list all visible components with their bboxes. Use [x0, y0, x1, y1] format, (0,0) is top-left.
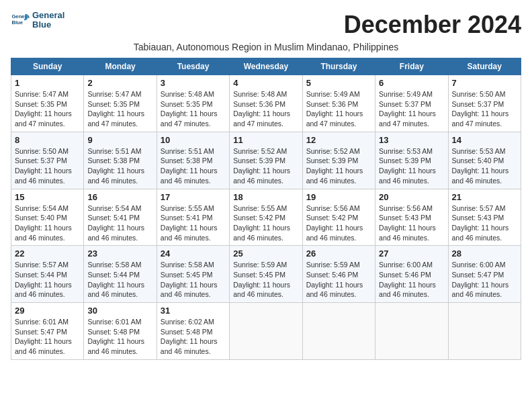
day-number: 31: [161, 306, 226, 316]
calendar-cell: 2Sunrise: 5:47 AMSunset: 5:35 PMDaylight…: [84, 75, 157, 132]
day-number: 23: [87, 248, 152, 259]
day-info: Sunrise: 6:01 AMSunset: 5:47 PMDaylight:…: [15, 317, 80, 357]
calendar-cell: 3Sunrise: 5:48 AMSunset: 5:35 PMDaylight…: [157, 75, 229, 132]
day-number: 8: [15, 135, 80, 145]
day-info: Sunrise: 5:47 AMSunset: 5:35 PMDaylight:…: [87, 89, 152, 129]
day-info: Sunrise: 5:56 AMSunset: 5:42 PMDaylight:…: [306, 203, 371, 243]
calendar-cell: 29Sunrise: 6:01 AMSunset: 5:47 PMDayligh…: [11, 303, 84, 360]
calendar-cell: 21Sunrise: 5:57 AMSunset: 5:43 PMDayligh…: [448, 189, 521, 246]
day-number: 1: [15, 78, 80, 88]
day-number: 7: [452, 78, 517, 88]
day-info: Sunrise: 5:50 AMSunset: 5:37 PMDaylight:…: [15, 146, 80, 186]
day-info: Sunrise: 6:00 AMSunset: 5:47 PMDaylight:…: [452, 260, 517, 300]
calendar-table: SundayMondayTuesdayWednesdayThursdayFrid…: [11, 58, 521, 360]
logo-text2: Blue: [32, 20, 64, 30]
day-number: 10: [161, 135, 226, 145]
day-info: Sunrise: 5:49 AMSunset: 5:36 PMDaylight:…: [306, 89, 371, 129]
calendar-cell: 27Sunrise: 6:00 AMSunset: 5:46 PMDayligh…: [375, 246, 448, 303]
day-number: 3: [161, 78, 226, 88]
day-number: 12: [306, 135, 371, 145]
day-number: 27: [379, 248, 444, 259]
day-info: Sunrise: 5:59 AMSunset: 5:45 PMDaylight:…: [233, 260, 298, 300]
calendar-cell: [375, 303, 448, 360]
day-header-friday: Friday: [375, 58, 448, 75]
day-number: 6: [379, 78, 444, 88]
calendar-cell: [448, 303, 521, 360]
day-info: Sunrise: 5:59 AMSunset: 5:46 PMDaylight:…: [306, 260, 371, 300]
calendar-cell: 22Sunrise: 5:57 AMSunset: 5:44 PMDayligh…: [11, 246, 84, 303]
day-number: 26: [306, 248, 371, 259]
day-number: 18: [233, 192, 298, 202]
day-header-monday: Monday: [84, 58, 157, 75]
day-info: Sunrise: 5:57 AMSunset: 5:43 PMDaylight:…: [452, 203, 517, 243]
day-info: Sunrise: 5:54 AMSunset: 5:40 PMDaylight:…: [15, 203, 80, 243]
day-info: Sunrise: 5:48 AMSunset: 5:36 PMDaylight:…: [233, 89, 298, 129]
day-info: Sunrise: 5:48 AMSunset: 5:35 PMDaylight:…: [161, 89, 226, 129]
calendar-cell: 7Sunrise: 5:50 AMSunset: 5:37 PMDaylight…: [448, 75, 521, 132]
day-info: Sunrise: 5:50 AMSunset: 5:37 PMDaylight:…: [452, 89, 517, 129]
day-info: Sunrise: 5:58 AMSunset: 5:45 PMDaylight:…: [161, 260, 226, 300]
calendar-cell: 4Sunrise: 5:48 AMSunset: 5:36 PMDaylight…: [230, 75, 302, 132]
calendar-cell: 30Sunrise: 6:01 AMSunset: 5:48 PMDayligh…: [84, 303, 157, 360]
day-info: Sunrise: 5:58 AMSunset: 5:44 PMDaylight:…: [87, 260, 152, 300]
calendar-cell: 10Sunrise: 5:51 AMSunset: 5:38 PMDayligh…: [157, 132, 229, 189]
calendar-cell: 6Sunrise: 5:49 AMSunset: 5:37 PMDaylight…: [375, 75, 448, 132]
day-info: Sunrise: 5:52 AMSunset: 5:39 PMDaylight:…: [233, 146, 298, 186]
calendar-cell: 14Sunrise: 5:53 AMSunset: 5:40 PMDayligh…: [448, 132, 521, 189]
day-info: Sunrise: 5:47 AMSunset: 5:35 PMDaylight:…: [15, 89, 80, 129]
calendar-cell: 18Sunrise: 5:55 AMSunset: 5:42 PMDayligh…: [230, 189, 302, 246]
calendar-cell: 28Sunrise: 6:00 AMSunset: 5:47 PMDayligh…: [448, 246, 521, 303]
day-number: 5: [306, 78, 371, 88]
day-number: 21: [452, 192, 517, 202]
page-subtitle: Tabiauan, Autonomous Region in Muslim Mi…: [11, 42, 521, 52]
day-number: 22: [15, 248, 80, 259]
day-number: 16: [87, 192, 152, 202]
day-info: Sunrise: 5:51 AMSunset: 5:38 PMDaylight:…: [161, 146, 226, 186]
day-number: 19: [306, 192, 371, 202]
logo-icon: General Blue: [11, 11, 30, 30]
day-info: Sunrise: 5:55 AMSunset: 5:42 PMDaylight:…: [233, 203, 298, 243]
day-number: 29: [15, 306, 80, 316]
calendar-cell: 13Sunrise: 5:53 AMSunset: 5:39 PMDayligh…: [375, 132, 448, 189]
calendar-cell: [230, 303, 302, 360]
calendar-cell: 11Sunrise: 5:52 AMSunset: 5:39 PMDayligh…: [230, 132, 302, 189]
day-info: Sunrise: 6:00 AMSunset: 5:46 PMDaylight:…: [379, 260, 444, 300]
calendar-cell: 12Sunrise: 5:52 AMSunset: 5:39 PMDayligh…: [302, 132, 375, 189]
calendar-cell: 19Sunrise: 5:56 AMSunset: 5:42 PMDayligh…: [302, 189, 375, 246]
day-header-wednesday: Wednesday: [230, 58, 302, 75]
day-number: 15: [15, 192, 80, 202]
day-header-thursday: Thursday: [302, 58, 375, 75]
day-number: 25: [233, 248, 298, 259]
calendar-cell: 9Sunrise: 5:51 AMSunset: 5:38 PMDaylight…: [84, 132, 157, 189]
day-header-sunday: Sunday: [11, 58, 84, 75]
day-info: Sunrise: 5:53 AMSunset: 5:40 PMDaylight:…: [452, 146, 517, 186]
day-number: 14: [452, 135, 517, 145]
day-number: 24: [161, 248, 226, 259]
logo: General Blue General Blue: [11, 11, 64, 30]
day-info: Sunrise: 5:57 AMSunset: 5:44 PMDaylight:…: [15, 260, 80, 300]
calendar-cell: 26Sunrise: 5:59 AMSunset: 5:46 PMDayligh…: [302, 246, 375, 303]
day-header-saturday: Saturday: [448, 58, 521, 75]
calendar-cell: 23Sunrise: 5:58 AMSunset: 5:44 PMDayligh…: [84, 246, 157, 303]
day-number: 28: [452, 248, 517, 259]
month-title: December 2024: [344, 11, 521, 39]
calendar-cell: [302, 303, 375, 360]
day-number: 13: [379, 135, 444, 145]
calendar-cell: 15Sunrise: 5:54 AMSunset: 5:40 PMDayligh…: [11, 189, 84, 246]
svg-text:Blue: Blue: [11, 19, 23, 26]
day-info: Sunrise: 5:52 AMSunset: 5:39 PMDaylight:…: [306, 146, 371, 186]
day-info: Sunrise: 5:49 AMSunset: 5:37 PMDaylight:…: [379, 89, 444, 129]
day-info: Sunrise: 5:53 AMSunset: 5:39 PMDaylight:…: [379, 146, 444, 186]
calendar-cell: 16Sunrise: 5:54 AMSunset: 5:41 PMDayligh…: [84, 189, 157, 246]
day-info: Sunrise: 5:55 AMSunset: 5:41 PMDaylight:…: [161, 203, 226, 243]
calendar-cell: 20Sunrise: 5:56 AMSunset: 5:43 PMDayligh…: [375, 189, 448, 246]
day-number: 17: [161, 192, 226, 202]
day-info: Sunrise: 6:01 AMSunset: 5:48 PMDaylight:…: [87, 317, 152, 357]
calendar-cell: 17Sunrise: 5:55 AMSunset: 5:41 PMDayligh…: [157, 189, 229, 246]
day-header-tuesday: Tuesday: [157, 58, 229, 75]
day-number: 11: [233, 135, 298, 145]
day-number: 2: [87, 78, 152, 88]
day-info: Sunrise: 6:02 AMSunset: 5:48 PMDaylight:…: [161, 317, 226, 357]
day-number: 20: [379, 192, 444, 202]
day-info: Sunrise: 5:51 AMSunset: 5:38 PMDaylight:…: [87, 146, 152, 186]
